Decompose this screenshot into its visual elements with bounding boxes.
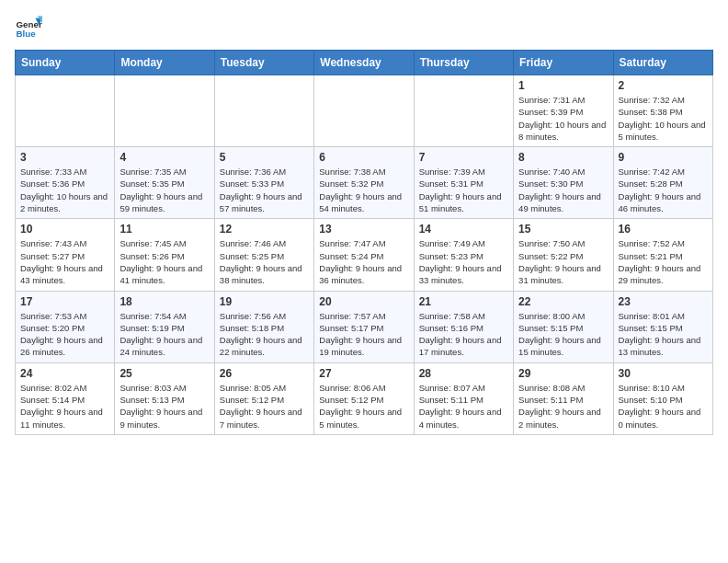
day-cell: 10Sunrise: 7:43 AM Sunset: 5:27 PM Dayli… <box>16 219 115 291</box>
week-row-3: 10Sunrise: 7:43 AM Sunset: 5:27 PM Dayli… <box>16 219 713 291</box>
day-info: Sunrise: 7:45 AM Sunset: 5:26 PM Dayligh… <box>119 237 209 286</box>
day-cell <box>115 75 214 147</box>
day-number: 5 <box>220 151 309 164</box>
day-cell: 23Sunrise: 8:01 AM Sunset: 5:15 PM Dayli… <box>613 291 712 362</box>
weekday-header-friday: Friday <box>514 51 613 75</box>
logo: General Blue <box>15 15 42 42</box>
day-number: 27 <box>319 367 408 380</box>
day-number: 11 <box>119 223 209 236</box>
weekday-header-tuesday: Tuesday <box>214 51 313 75</box>
day-info: Sunrise: 8:07 AM Sunset: 5:11 PM Dayligh… <box>419 382 508 431</box>
day-cell: 14Sunrise: 7:49 AM Sunset: 5:23 PM Dayli… <box>414 219 513 291</box>
day-info: Sunrise: 8:03 AM Sunset: 5:13 PM Dayligh… <box>119 382 209 431</box>
day-info: Sunrise: 7:58 AM Sunset: 5:16 PM Dayligh… <box>419 310 508 359</box>
day-number: 24 <box>20 367 109 380</box>
day-number: 7 <box>419 151 508 164</box>
day-cell: 25Sunrise: 8:03 AM Sunset: 5:13 PM Dayli… <box>115 362 214 434</box>
day-number: 10 <box>20 223 109 236</box>
day-cell: 11Sunrise: 7:45 AM Sunset: 5:26 PM Dayli… <box>115 219 214 291</box>
week-row-4: 17Sunrise: 7:53 AM Sunset: 5:20 PM Dayli… <box>16 291 713 362</box>
day-number: 1 <box>518 79 608 92</box>
day-number: 21 <box>419 295 508 308</box>
day-number: 8 <box>518 151 608 164</box>
week-row-5: 24Sunrise: 8:02 AM Sunset: 5:14 PM Dayli… <box>16 362 713 434</box>
day-info: Sunrise: 7:43 AM Sunset: 5:27 PM Dayligh… <box>20 237 109 286</box>
logo-icon: General Blue <box>15 15 42 42</box>
day-info: Sunrise: 7:38 AM Sunset: 5:32 PM Dayligh… <box>319 166 408 214</box>
day-info: Sunrise: 7:40 AM Sunset: 5:30 PM Dayligh… <box>518 166 608 214</box>
day-info: Sunrise: 8:06 AM Sunset: 5:12 PM Dayligh… <box>319 382 408 431</box>
day-number: 19 <box>220 295 309 308</box>
day-cell: 17Sunrise: 7:53 AM Sunset: 5:20 PM Dayli… <box>16 291 115 362</box>
day-cell: 21Sunrise: 7:58 AM Sunset: 5:16 PM Dayli… <box>414 291 513 362</box>
day-cell: 6Sunrise: 7:38 AM Sunset: 5:32 PM Daylig… <box>314 147 414 219</box>
day-info: Sunrise: 8:00 AM Sunset: 5:15 PM Dayligh… <box>518 310 608 359</box>
day-cell: 30Sunrise: 8:10 AM Sunset: 5:10 PM Dayli… <box>613 362 712 434</box>
day-info: Sunrise: 8:05 AM Sunset: 5:12 PM Dayligh… <box>220 382 309 431</box>
day-cell: 3Sunrise: 7:33 AM Sunset: 5:36 PM Daylig… <box>16 147 115 219</box>
day-number: 14 <box>419 223 508 236</box>
day-cell <box>16 75 115 147</box>
day-number: 13 <box>319 223 408 236</box>
day-number: 30 <box>619 367 708 380</box>
day-info: Sunrise: 7:57 AM Sunset: 5:17 PM Dayligh… <box>319 310 408 359</box>
day-cell: 4Sunrise: 7:35 AM Sunset: 5:35 PM Daylig… <box>115 147 214 219</box>
day-info: Sunrise: 8:01 AM Sunset: 5:15 PM Dayligh… <box>619 310 708 359</box>
day-cell: 27Sunrise: 8:06 AM Sunset: 5:12 PM Dayli… <box>314 362 414 434</box>
day-info: Sunrise: 8:08 AM Sunset: 5:11 PM Dayligh… <box>518 382 608 431</box>
day-info: Sunrise: 7:31 AM Sunset: 5:39 PM Dayligh… <box>518 94 608 143</box>
day-cell <box>314 75 414 147</box>
day-info: Sunrise: 7:53 AM Sunset: 5:20 PM Dayligh… <box>20 310 109 359</box>
day-cell: 8Sunrise: 7:40 AM Sunset: 5:30 PM Daylig… <box>514 147 613 219</box>
day-number: 16 <box>619 223 708 236</box>
day-number: 4 <box>119 151 209 164</box>
day-cell: 2Sunrise: 7:32 AM Sunset: 5:38 PM Daylig… <box>613 75 712 147</box>
weekday-header-saturday: Saturday <box>613 51 712 75</box>
weekday-header-sunday: Sunday <box>16 51 115 75</box>
day-number: 23 <box>619 295 708 308</box>
weekday-header-thursday: Thursday <box>414 51 513 75</box>
day-cell: 18Sunrise: 7:54 AM Sunset: 5:19 PM Dayli… <box>115 291 214 362</box>
day-cell: 24Sunrise: 8:02 AM Sunset: 5:14 PM Dayli… <box>16 362 115 434</box>
day-info: Sunrise: 7:33 AM Sunset: 5:36 PM Dayligh… <box>20 166 109 214</box>
day-info: Sunrise: 7:35 AM Sunset: 5:35 PM Dayligh… <box>119 166 209 214</box>
day-number: 20 <box>319 295 408 308</box>
calendar-table: SundayMondayTuesdayWednesdayThursdayFrid… <box>15 50 713 435</box>
day-info: Sunrise: 8:10 AM Sunset: 5:10 PM Dayligh… <box>619 382 708 431</box>
day-info: Sunrise: 7:50 AM Sunset: 5:22 PM Dayligh… <box>518 237 608 286</box>
weekday-header-row: SundayMondayTuesdayWednesdayThursdayFrid… <box>16 51 713 75</box>
day-number: 6 <box>319 151 408 164</box>
day-cell: 20Sunrise: 7:57 AM Sunset: 5:17 PM Dayli… <box>314 291 414 362</box>
day-info: Sunrise: 7:32 AM Sunset: 5:38 PM Dayligh… <box>619 94 708 143</box>
week-row-2: 3Sunrise: 7:33 AM Sunset: 5:36 PM Daylig… <box>16 147 713 219</box>
day-number: 18 <box>119 295 209 308</box>
day-cell: 1Sunrise: 7:31 AM Sunset: 5:39 PM Daylig… <box>514 75 613 147</box>
day-number: 12 <box>220 223 309 236</box>
weekday-header-monday: Monday <box>115 51 214 75</box>
day-info: Sunrise: 7:54 AM Sunset: 5:19 PM Dayligh… <box>119 310 209 359</box>
day-info: Sunrise: 7:36 AM Sunset: 5:33 PM Dayligh… <box>220 166 309 214</box>
week-row-1: 1Sunrise: 7:31 AM Sunset: 5:39 PM Daylig… <box>16 75 713 147</box>
day-number: 2 <box>619 79 708 92</box>
day-number: 17 <box>20 295 109 308</box>
day-number: 29 <box>518 367 608 380</box>
day-cell: 15Sunrise: 7:50 AM Sunset: 5:22 PM Dayli… <box>514 219 613 291</box>
day-cell: 26Sunrise: 8:05 AM Sunset: 5:12 PM Dayli… <box>214 362 313 434</box>
day-info: Sunrise: 7:56 AM Sunset: 5:18 PM Dayligh… <box>220 310 309 359</box>
day-cell: 22Sunrise: 8:00 AM Sunset: 5:15 PM Dayli… <box>514 291 613 362</box>
day-info: Sunrise: 7:52 AM Sunset: 5:21 PM Dayligh… <box>619 237 708 286</box>
svg-text:Blue: Blue <box>17 29 37 39</box>
day-info: Sunrise: 7:39 AM Sunset: 5:31 PM Dayligh… <box>419 166 508 214</box>
day-cell: 5Sunrise: 7:36 AM Sunset: 5:33 PM Daylig… <box>214 147 313 219</box>
day-number: 22 <box>518 295 608 308</box>
day-number: 3 <box>20 151 109 164</box>
day-info: Sunrise: 7:46 AM Sunset: 5:25 PM Dayligh… <box>220 237 309 286</box>
day-cell: 16Sunrise: 7:52 AM Sunset: 5:21 PM Dayli… <box>613 219 712 291</box>
day-cell: 29Sunrise: 8:08 AM Sunset: 5:11 PM Dayli… <box>514 362 613 434</box>
day-cell: 12Sunrise: 7:46 AM Sunset: 5:25 PM Dayli… <box>214 219 313 291</box>
day-cell <box>414 75 513 147</box>
day-cell <box>214 75 313 147</box>
day-info: Sunrise: 8:02 AM Sunset: 5:14 PM Dayligh… <box>20 382 109 431</box>
day-number: 15 <box>518 223 608 236</box>
day-number: 25 <box>119 367 209 380</box>
